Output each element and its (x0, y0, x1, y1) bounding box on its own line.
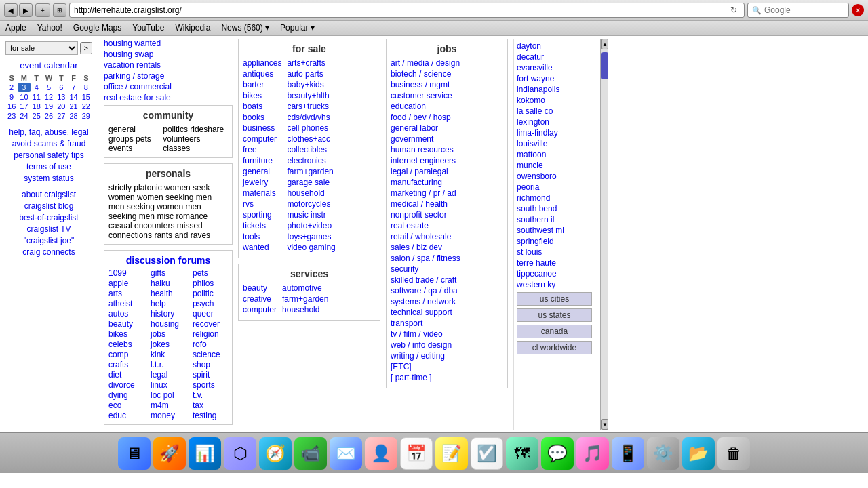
forum-link-jobs[interactable]: jobs (151, 329, 191, 339)
forum-link-housing[interactable]: housing (151, 319, 191, 329)
bookmark-wikipedia[interactable]: Wikipedia (175, 23, 210, 33)
forsale-right-video-gaming[interactable]: video gaming (287, 243, 335, 252)
city-link-st-louis[interactable]: st louis (517, 247, 592, 257)
forum-link-beauty[interactable]: beauty (108, 319, 149, 329)
job-link-manufacturing[interactable]: manufacturing (391, 178, 503, 187)
bookmark-yahoo[interactable]: Yahoo! (37, 23, 62, 33)
cal-day[interactable]: 9 (5, 92, 18, 102)
forsale-right-electronics[interactable]: electronics (287, 156, 335, 165)
cal-day[interactable]: 16 (5, 102, 18, 111)
forsale-right-household[interactable]: household (287, 188, 335, 198)
about-craigslist-link[interactable]: about craigslist (5, 190, 92, 199)
safety-tips-link[interactable]: personal safety tips (5, 150, 92, 160)
groups-link[interactable]: groups (108, 134, 134, 144)
dock-calendar[interactable]: 📅 (400, 437, 433, 470)
cal-day[interactable]: 27 (55, 111, 67, 121)
job-link-government[interactable]: government (391, 134, 503, 144)
forsale-right-photoplusvideo[interactable]: photo+video (287, 221, 335, 230)
city-link-terre-haute[interactable]: terre haute (517, 258, 592, 268)
help-faq-link[interactable]: help, faq, abuse, legal (5, 127, 92, 137)
forums-title[interactable]: discussion forums (108, 255, 228, 266)
city-link-muncie[interactable]: muncie (517, 161, 592, 170)
forum-link-1099[interactable]: 1099 (108, 268, 149, 278)
cal-day[interactable]: 11 (31, 92, 43, 102)
cal-day[interactable]: 20 (55, 102, 67, 111)
job-link-medical-health[interactable]: medical / health (391, 199, 503, 209)
forum-link-l.t.r.[interactable]: l.t.r. (151, 360, 191, 369)
job-link-biotech-science[interactable]: biotech / science (391, 69, 503, 79)
forsale-right-motorcycles[interactable]: motorcycles (287, 199, 335, 209)
bookmark-google-maps[interactable]: Google Maps (73, 23, 121, 33)
forum-link-jokes[interactable]: jokes (151, 340, 191, 349)
pets-link[interactable]: pets (136, 134, 151, 144)
job-link-nonprofit-sector[interactable]: nonprofit sector (391, 210, 503, 220)
terms-link[interactable]: terms of use (5, 162, 92, 171)
general-link[interactable]: general (108, 125, 136, 134)
best-of-link[interactable]: best-of-craigslist (5, 213, 92, 222)
back-button[interactable]: ◀ (4, 3, 18, 17)
forsale-left-business[interactable]: business (243, 123, 281, 133)
parking-storage-link[interactable]: parking / storage (104, 71, 233, 81)
dock-reminders[interactable]: ☑️ (471, 437, 503, 470)
city-link-dayton[interactable]: dayton (517, 41, 592, 51)
bookmark-news[interactable]: News (560) ▾ (221, 23, 269, 33)
forum-link-bikes[interactable]: bikes (108, 329, 149, 339)
forum-link-legal[interactable]: legal (151, 370, 191, 380)
forsale-left-books[interactable]: books (243, 113, 281, 122)
cal-day[interactable]: 2 (5, 83, 18, 92)
forum-link-diet[interactable]: diet (108, 370, 149, 380)
city-link-mattoon[interactable]: mattoon (517, 150, 592, 159)
job-link-retail-wholesale[interactable]: retail / wholesale (391, 232, 503, 241)
job-link-[-part-time-][interactable]: [ part-time ] (391, 373, 503, 382)
job-link-education[interactable]: education (391, 102, 503, 111)
region-btn-canada[interactable]: canada (517, 325, 592, 338)
forum-link-divorce[interactable]: divorce (108, 380, 149, 390)
forsale-left-computer[interactable]: computer (243, 134, 281, 144)
service-right-automotive[interactable]: automotive (282, 283, 328, 293)
forum-link-crafts[interactable]: crafts (108, 360, 149, 369)
forum-link-rofo[interactable]: rofo (193, 340, 233, 349)
forum-link-psych[interactable]: psych (193, 299, 233, 308)
forum-link-queer[interactable]: queer (193, 309, 233, 319)
search-input[interactable] (764, 5, 832, 15)
job-link-systems-network[interactable]: systems / network (391, 297, 503, 306)
job-link-writing-editing[interactable]: writing / editing (391, 351, 503, 361)
forum-link-eco[interactable]: eco (108, 401, 149, 410)
forsale-right-cell-phones[interactable]: cell phones (287, 123, 335, 133)
forum-link-politic[interactable]: politic (193, 289, 233, 298)
city-link-evansville[interactable]: evansville (517, 63, 592, 73)
forum-link-spirit[interactable]: spirit (193, 370, 233, 380)
forsale-left-barter[interactable]: barter (243, 80, 281, 89)
reload-button[interactable]: ↻ (728, 4, 740, 16)
job-link-web-info-design[interactable]: web / info design (391, 340, 503, 350)
cal-day[interactable]: 19 (43, 102, 55, 111)
scroll-up-button[interactable]: ▲ (601, 39, 608, 49)
scroll-thumb[interactable] (601, 52, 608, 79)
cal-day[interactable]: 14 (67, 92, 79, 102)
cal-day[interactable]: 3 (18, 83, 30, 92)
forum-link-t.v.[interactable]: t.v. (193, 390, 233, 400)
job-link-general-labor[interactable]: general labor (391, 123, 503, 133)
cal-day[interactable]: 21 (67, 102, 79, 111)
forum-link-apple[interactable]: apple (108, 279, 149, 288)
cal-day[interactable]: 5 (43, 83, 55, 92)
cal-day[interactable]: 22 (80, 102, 92, 111)
men-seeking-women-link[interactable]: men seeking women (108, 202, 183, 211)
events-link[interactable]: events (108, 144, 132, 153)
city-link-southern-il[interactable]: southern il (517, 215, 592, 224)
forum-link-pets[interactable]: pets (193, 268, 233, 278)
forsale-left-appliances[interactable]: appliances (243, 58, 281, 68)
forum-link-testing[interactable]: testing (193, 411, 233, 420)
job-link-sales-biz-dev[interactable]: sales / biz dev (391, 243, 503, 252)
vacation-rentals-link[interactable]: vacation rentals (104, 60, 233, 70)
cal-day[interactable]: 28 (67, 111, 79, 121)
cal-day[interactable]: 6 (55, 83, 67, 92)
cal-day[interactable]: 8 (80, 83, 92, 92)
forum-link-money[interactable]: money (151, 411, 191, 420)
forsale-left-tools[interactable]: tools (243, 232, 281, 241)
forsale-right-toysplusgames[interactable]: toys+games (287, 232, 335, 241)
dock-systemprefs[interactable]: ⚙️ (647, 437, 679, 470)
cal-day[interactable]: 13 (55, 92, 67, 102)
housing-swap-link[interactable]: housing swap (104, 49, 233, 59)
city-link-louisville[interactable]: louisville (517, 139, 592, 148)
